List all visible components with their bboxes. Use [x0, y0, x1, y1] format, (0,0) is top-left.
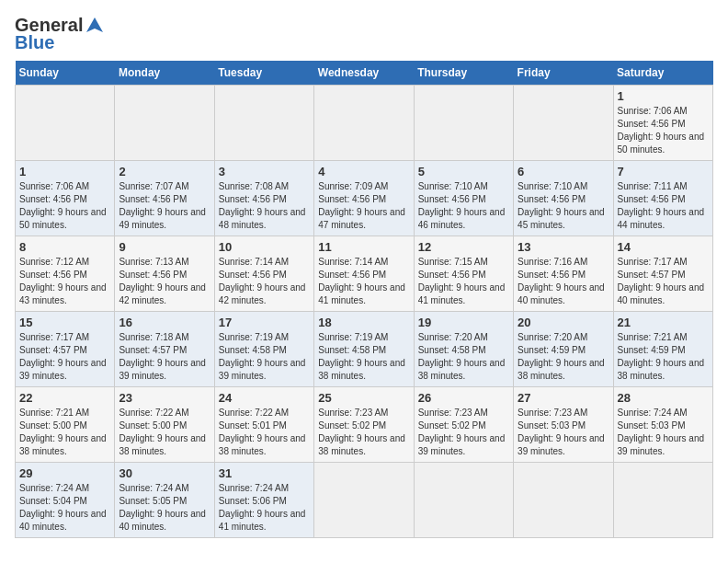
logo-bird-icon — [85, 16, 105, 36]
calendar-cell: 18 Sunrise: 7:19 AMSunset: 4:58 PMDaylig… — [314, 312, 414, 387]
day-number: 29 — [19, 466, 110, 480]
day-number: 14 — [618, 240, 709, 254]
day-info: Sunrise: 7:12 AMSunset: 4:56 PMDaylight:… — [19, 257, 107, 305]
calendar-header-row: SundayMondayTuesdayWednesdayThursdayFrid… — [16, 61, 713, 86]
calendar-cell: 6 Sunrise: 7:10 AMSunset: 4:56 PMDayligh… — [514, 161, 613, 236]
calendar-week-row: 29 Sunrise: 7:24 AMSunset: 5:04 PMDaylig… — [16, 463, 713, 538]
day-number: 31 — [219, 466, 310, 480]
calendar-cell: 4 Sunrise: 7:09 AMSunset: 4:56 PMDayligh… — [314, 161, 414, 236]
logo-blue: Blue — [15, 32, 54, 53]
day-number: 24 — [219, 391, 310, 405]
day-number: 18 — [318, 316, 409, 329]
calendar-cell: 14 Sunrise: 7:17 AMSunset: 4:57 PMDaylig… — [613, 236, 712, 312]
calendar-cell: 24 Sunrise: 7:22 AMSunset: 5:01 PMDaylig… — [214, 387, 313, 463]
header-tuesday: Tuesday — [214, 61, 313, 86]
day-info: Sunrise: 7:14 AMSunset: 4:56 PMDaylight:… — [318, 257, 405, 305]
day-info: Sunrise: 7:06 AMSunset: 4:56 PMDaylight:… — [19, 181, 107, 230]
day-number: 25 — [318, 391, 409, 405]
day-number: 17 — [219, 316, 310, 329]
day-info: Sunrise: 7:19 AMSunset: 4:58 PMDaylight:… — [219, 332, 306, 381]
day-info: Sunrise: 7:15 AMSunset: 4:56 PMDaylight:… — [418, 257, 506, 305]
calendar-cell: 26 Sunrise: 7:23 AMSunset: 5:02 PMDaylig… — [414, 387, 513, 463]
day-info: Sunrise: 7:06 AMSunset: 4:56 PMDaylight:… — [618, 106, 705, 155]
calendar-cell: 12 Sunrise: 7:15 AMSunset: 4:56 PMDaylig… — [414, 236, 513, 312]
day-number: 1 — [618, 89, 709, 103]
day-number: 16 — [119, 316, 210, 329]
calendar-cell: 21 Sunrise: 7:21 AMSunset: 4:59 PMDaylig… — [613, 312, 712, 387]
calendar-cell — [414, 86, 513, 161]
day-info: Sunrise: 7:21 AMSunset: 4:59 PMDaylight:… — [618, 332, 705, 381]
calendar-cell: 11 Sunrise: 7:14 AMSunset: 4:56 PMDaylig… — [314, 236, 414, 312]
calendar-cell: 31 Sunrise: 7:24 AMSunset: 5:06 PMDaylig… — [214, 463, 313, 538]
day-number: 28 — [618, 391, 709, 405]
calendar-cell: 25 Sunrise: 7:23 AMSunset: 5:02 PMDaylig… — [314, 387, 414, 463]
day-number: 7 — [618, 165, 709, 178]
day-info: Sunrise: 7:18 AMSunset: 4:57 PMDaylight:… — [119, 332, 206, 381]
calendar-week-row: 1 Sunrise: 7:06 AMSunset: 4:56 PMDayligh… — [16, 161, 713, 236]
page-header: General Blue — [15, 15, 713, 53]
day-info: Sunrise: 7:21 AMSunset: 5:00 PMDaylight:… — [19, 408, 107, 456]
day-number: 13 — [518, 240, 609, 254]
calendar-table: SundayMondayTuesdayWednesdayThursdayFrid… — [15, 61, 713, 538]
calendar-cell — [115, 86, 214, 161]
logo: General Blue — [15, 15, 105, 53]
calendar-cell: 22 Sunrise: 7:21 AMSunset: 5:00 PMDaylig… — [16, 387, 115, 463]
day-info: Sunrise: 7:23 AMSunset: 5:02 PMDaylight:… — [318, 408, 405, 456]
day-number: 10 — [219, 240, 310, 254]
calendar-cell: 28 Sunrise: 7:24 AMSunset: 5:03 PMDaylig… — [613, 387, 712, 463]
day-info: Sunrise: 7:08 AMSunset: 4:56 PMDaylight:… — [219, 181, 306, 230]
day-number: 5 — [418, 165, 509, 178]
calendar-cell — [514, 86, 613, 161]
calendar-cell: 23 Sunrise: 7:22 AMSunset: 5:00 PMDaylig… — [115, 387, 214, 463]
header-friday: Friday — [514, 61, 613, 86]
day-number: 26 — [418, 391, 509, 405]
header-monday: Monday — [115, 61, 214, 86]
header-wednesday: Wednesday — [314, 61, 414, 86]
day-info: Sunrise: 7:17 AMSunset: 4:57 PMDaylight:… — [618, 257, 705, 305]
calendar-cell: 16 Sunrise: 7:18 AMSunset: 4:57 PMDaylig… — [115, 312, 214, 387]
calendar-cell: 9 Sunrise: 7:13 AMSunset: 4:56 PMDayligh… — [115, 236, 214, 312]
day-info: Sunrise: 7:24 AMSunset: 5:06 PMDaylight:… — [219, 483, 306, 532]
calendar-cell: 1 Sunrise: 7:06 AMSunset: 4:56 PMDayligh… — [16, 161, 115, 236]
day-number: 27 — [518, 391, 609, 405]
day-number: 3 — [219, 165, 310, 178]
header-sunday: Sunday — [16, 61, 115, 86]
svg-marker-0 — [86, 17, 103, 32]
calendar-cell: 2 Sunrise: 7:07 AMSunset: 4:56 PMDayligh… — [115, 161, 214, 236]
day-number: 23 — [119, 391, 210, 405]
day-info: Sunrise: 7:19 AMSunset: 4:58 PMDaylight:… — [318, 332, 405, 381]
day-info: Sunrise: 7:10 AMSunset: 4:56 PMDaylight:… — [518, 181, 605, 230]
day-number: 2 — [119, 165, 210, 178]
calendar-cell: 27 Sunrise: 7:23 AMSunset: 5:03 PMDaylig… — [514, 387, 613, 463]
calendar-cell — [214, 86, 313, 161]
day-number: 21 — [618, 316, 709, 329]
calendar-cell — [514, 463, 613, 538]
calendar-cell — [613, 463, 712, 538]
calendar-cell: 8 Sunrise: 7:12 AMSunset: 4:56 PMDayligh… — [16, 236, 115, 312]
day-number: 15 — [19, 316, 110, 329]
day-info: Sunrise: 7:22 AMSunset: 5:00 PMDaylight:… — [119, 408, 206, 456]
day-number: 4 — [318, 165, 409, 178]
calendar-cell — [16, 86, 115, 161]
calendar-cell: 15 Sunrise: 7:17 AMSunset: 4:57 PMDaylig… — [16, 312, 115, 387]
day-info: Sunrise: 7:24 AMSunset: 5:05 PMDaylight:… — [119, 483, 206, 532]
day-info: Sunrise: 7:16 AMSunset: 4:56 PMDaylight:… — [518, 257, 605, 305]
calendar-cell: 1 Sunrise: 7:06 AMSunset: 4:56 PMDayligh… — [613, 86, 712, 161]
day-info: Sunrise: 7:24 AMSunset: 5:04 PMDaylight:… — [19, 483, 107, 532]
day-number: 30 — [119, 466, 210, 480]
day-number: 9 — [119, 240, 210, 254]
day-info: Sunrise: 7:07 AMSunset: 4:56 PMDaylight:… — [119, 181, 206, 230]
calendar-week-row: 15 Sunrise: 7:17 AMSunset: 4:57 PMDaylig… — [16, 312, 713, 387]
header-saturday: Saturday — [613, 61, 712, 86]
day-info: Sunrise: 7:14 AMSunset: 4:56 PMDaylight:… — [219, 257, 306, 305]
calendar-cell: 3 Sunrise: 7:08 AMSunset: 4:56 PMDayligh… — [214, 161, 313, 236]
calendar-week-row: 22 Sunrise: 7:21 AMSunset: 5:00 PMDaylig… — [16, 387, 713, 463]
calendar-cell: 13 Sunrise: 7:16 AMSunset: 4:56 PMDaylig… — [514, 236, 613, 312]
calendar-cell — [314, 463, 414, 538]
calendar-cell — [314, 86, 414, 161]
calendar-cell: 5 Sunrise: 7:10 AMSunset: 4:56 PMDayligh… — [414, 161, 513, 236]
day-number: 22 — [19, 391, 110, 405]
day-info: Sunrise: 7:24 AMSunset: 5:03 PMDaylight:… — [618, 408, 705, 456]
day-number: 1 — [19, 165, 110, 178]
calendar-cell: 20 Sunrise: 7:20 AMSunset: 4:59 PMDaylig… — [514, 312, 613, 387]
